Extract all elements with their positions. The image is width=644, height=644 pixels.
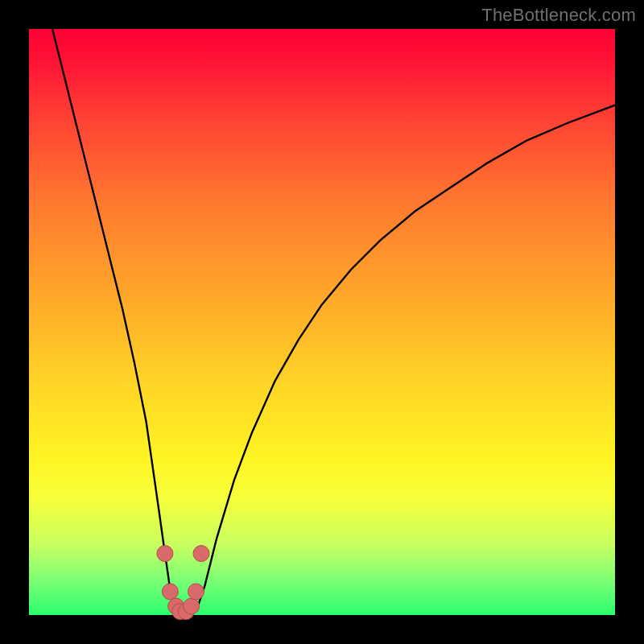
- chart-frame: TheBottleneck.com: [0, 0, 644, 644]
- trough-marker: [162, 584, 178, 600]
- trough-marker: [188, 584, 204, 600]
- plot-area: [29, 29, 615, 615]
- trough-marker: [184, 598, 200, 614]
- chart-svg: [29, 29, 615, 615]
- watermark-label: TheBottleneck.com: [481, 5, 636, 26]
- trough-marker: [193, 546, 209, 562]
- bottleneck-curve: [52, 29, 615, 612]
- trough-marker: [157, 546, 173, 562]
- marker-group: [157, 546, 209, 620]
